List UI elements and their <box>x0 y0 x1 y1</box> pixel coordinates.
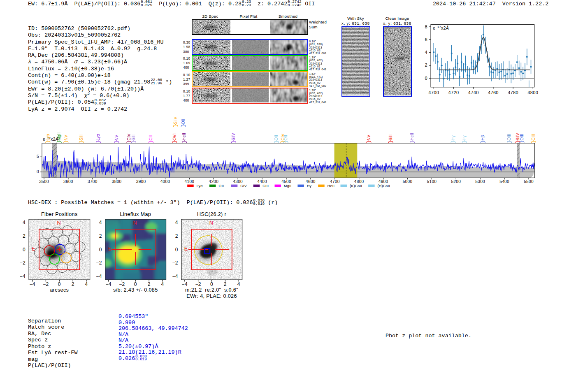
svg-text:HeII: HeII <box>410 133 414 140</box>
svg-text:CIII: CIII <box>531 134 536 141</box>
svg-text:OII: OII <box>283 135 288 140</box>
svg-text:SiIV: SiIV <box>231 133 236 141</box>
svg-text:NV: NV <box>114 135 119 140</box>
svg-text:CII: CII <box>149 135 153 141</box>
svg-text:NV: NV <box>367 135 371 140</box>
svg-text:SiII: SiII <box>79 135 84 140</box>
svg-text:OII: OII <box>274 135 279 140</box>
svg-text:Hγ: Hγ <box>451 135 455 140</box>
svg-text:Hγ: Hγ <box>462 135 467 140</box>
svg-text:CIV: CIV <box>127 134 131 141</box>
svg-text:OIII: OIII <box>507 134 511 140</box>
svg-text:SiII: SiII <box>131 135 136 140</box>
svg-text:NV: NV <box>64 135 68 140</box>
svg-text:OII: OII <box>181 119 186 124</box>
svg-text:Hβ: Hβ <box>481 135 485 140</box>
svg-text:OIII: OIII <box>520 134 524 140</box>
svg-text:OVI: OVI <box>172 133 177 140</box>
svg-text:Lyα: Lyα <box>96 134 100 140</box>
svg-text:SiIV: SiIV <box>173 116 178 124</box>
svg-text:HeII: HeII <box>182 133 186 140</box>
svg-text:SiII: SiII <box>388 135 393 140</box>
